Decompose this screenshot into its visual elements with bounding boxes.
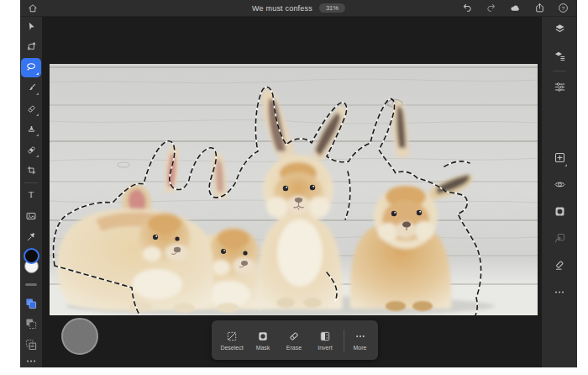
mask-label: Mask	[256, 345, 270, 351]
eye-icon	[554, 178, 566, 191]
layer-visibility-button[interactable]	[549, 173, 570, 195]
cloud-sync-icon	[509, 3, 522, 13]
place-image-tool[interactable]	[21, 206, 41, 225]
erase-layer-icon	[554, 259, 566, 272]
transform-tool-icon	[26, 41, 37, 52]
redo-button[interactable]	[486, 3, 496, 13]
clipping-mask-icon	[554, 232, 566, 245]
rabbits-photo	[50, 64, 538, 315]
context-bar-divider	[344, 330, 344, 351]
more-tools-button[interactable]	[21, 356, 41, 367]
more-button[interactable]: More	[347, 330, 374, 351]
type-tool[interactable]: T	[21, 186, 41, 205]
touch-shortcut-button[interactable]	[61, 318, 98, 355]
svg-text:T: T	[29, 190, 34, 199]
erase-button[interactable]: Erase	[279, 330, 310, 351]
layers-panel-button[interactable]	[549, 18, 570, 40]
crop-tool[interactable]	[21, 161, 41, 181]
subtract-from-selection-mode[interactable]	[21, 335, 41, 354]
compact-layers-button[interactable]	[549, 45, 570, 66]
subtract-selection-icon	[24, 338, 38, 351]
color-chips[interactable]	[21, 248, 41, 273]
move-tool-icon	[26, 21, 37, 32]
clone-stamp-tool-icon	[26, 124, 37, 135]
document-title: We must confess	[252, 4, 312, 13]
add-selection-icon	[24, 317, 38, 330]
brush-tool-icon	[26, 82, 37, 93]
zoom-level-badge[interactable]: 31%	[319, 3, 345, 13]
layer-mask-button[interactable]	[549, 200, 570, 222]
help-icon: ?	[558, 3, 569, 13]
type-tool-icon: T	[25, 189, 37, 201]
invert-button[interactable]: Invert	[310, 330, 341, 351]
eraser-tool[interactable]	[21, 99, 41, 119]
more-tools-icon	[26, 359, 36, 363]
layers-icon	[554, 23, 566, 35]
deselect-icon	[226, 330, 238, 342]
add-to-selection-mode[interactable]	[21, 314, 41, 334]
lasso-tool-icon	[25, 61, 37, 73]
compact-layers-icon	[554, 50, 566, 62]
add-layer-flyout-indicator	[564, 164, 567, 166]
more-label: More	[354, 345, 367, 351]
more-icon	[354, 330, 366, 342]
invert-label: Invert	[318, 345, 333, 351]
top-bar: We must confess 31%	[20, 0, 577, 17]
cloud-sync-button[interactable]	[509, 3, 522, 13]
left-toolbar: T	[20, 16, 42, 367]
svg-text:?: ?	[562, 5, 565, 11]
new-selection-icon	[24, 297, 38, 310]
canvas-area[interactable]: Deselect Mask Erase	[42, 16, 542, 367]
home-button[interactable]	[28, 3, 38, 13]
selection-context-bar: Deselect Mask Erase	[212, 320, 378, 360]
add-layer-button[interactable]	[549, 146, 570, 168]
eraser-tool-icon	[26, 103, 37, 114]
lasso-tool[interactable]	[21, 58, 41, 77]
more-options-icon	[554, 290, 564, 294]
crop-tool-icon	[26, 165, 37, 176]
healing-brush-tool[interactable]	[21, 140, 41, 160]
panel-divider	[553, 71, 566, 71]
brush-tool[interactable]	[21, 79, 41, 98]
place-image-tool-icon	[25, 210, 37, 222]
export-button[interactable]	[534, 3, 545, 13]
add-layer-icon	[554, 151, 566, 164]
deselect-label: Deselect	[220, 345, 243, 351]
export-icon	[534, 3, 545, 13]
invert-icon	[319, 330, 331, 342]
undo-icon	[462, 3, 473, 13]
erase-layer-button[interactable]	[549, 254, 570, 276]
photoshop-app-window: We must confess 31%	[20, 0, 577, 367]
right-panel-rail	[542, 16, 577, 367]
toolbar-grab-handle[interactable]	[25, 283, 37, 286]
document-photo[interactable]	[50, 64, 538, 315]
clone-stamp-tool[interactable]	[21, 120, 41, 140]
deselect-button[interactable]: Deselect	[217, 330, 248, 351]
erase-icon	[288, 330, 300, 342]
new-selection-mode[interactable]	[21, 293, 41, 313]
undo-button[interactable]	[462, 3, 473, 13]
home-icon	[28, 3, 38, 13]
more-options-button[interactable]	[549, 281, 570, 303]
mask-button[interactable]: Mask	[248, 330, 279, 351]
adjustments-panel-button[interactable]	[549, 76, 570, 98]
healing-brush-tool-icon	[26, 145, 37, 156]
redo-icon	[486, 3, 496, 13]
adjustments-sliders-icon	[554, 81, 566, 93]
transform-tool[interactable]	[21, 38, 41, 57]
layer-mask-icon	[554, 205, 566, 218]
erase-label: Erase	[286, 345, 302, 351]
clipping-mask-button[interactable]	[549, 227, 570, 249]
move-tool[interactable]	[21, 17, 41, 36]
eyedropper-tool-icon	[26, 231, 37, 242]
mask-icon	[257, 330, 269, 342]
toolbar-divider	[24, 182, 38, 183]
eyedropper-tool[interactable]	[21, 227, 41, 246]
help-button[interactable]: ?	[558, 3, 569, 13]
